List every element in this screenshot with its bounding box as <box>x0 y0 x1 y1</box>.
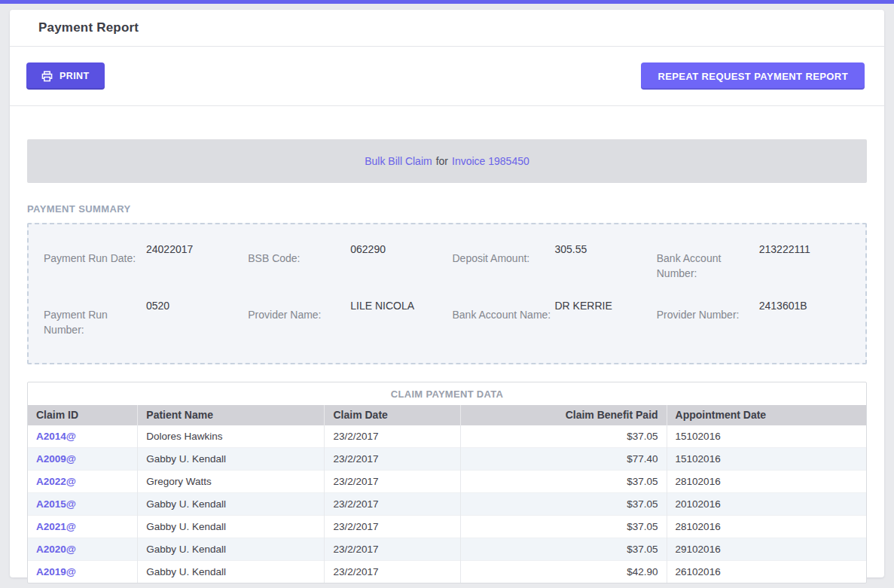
table-row: A2021@Gabby U. Kendall23/2/2017$37.05281… <box>28 516 866 538</box>
claim-benefit-paid-cell: $37.05 <box>460 425 667 448</box>
summary-field-value: LILE NICOLA <box>350 299 414 312</box>
print-button[interactable]: PRINT <box>26 62 105 90</box>
table-header: Claim IDPatient NameClaim DateClaim Bene… <box>28 405 866 425</box>
bulk-bill-claim-link[interactable]: Bulk Bill Claim <box>365 155 432 167</box>
claim-id-link[interactable]: A2019@ <box>36 566 76 577</box>
summary-field: Deposit Amount:305.55 <box>453 242 646 281</box>
repeat-button-label: REPEAT REQUEST PAYMENT REPORT <box>658 71 848 82</box>
claim-id-link[interactable]: A2015@ <box>36 498 76 510</box>
card-header: Payment Report <box>10 10 884 47</box>
patient-name-cell: Gregory Watts <box>138 471 325 493</box>
appointment-date-cell: 20102016 <box>667 493 866 516</box>
appointment-date-cell: 15102016 <box>667 448 866 471</box>
page-title: Payment Report <box>38 20 139 35</box>
claim-id-link[interactable]: A2020@ <box>36 544 76 555</box>
summary-field: Bank Account Name:DR KERRIE <box>453 299 646 337</box>
summary-field-value: 062290 <box>350 242 386 256</box>
summary-field: Provider Name:LILE NICOLA <box>248 299 441 337</box>
patient-name-cell: Gabby U. Kendall <box>138 448 325 471</box>
payment-summary-box: Payment Run Date:24022017BSB Code:062290… <box>27 223 867 364</box>
claim-date-cell: 23/2/2017 <box>325 493 460 516</box>
summary-field-label: Payment Run Number: <box>44 299 146 337</box>
table-row: A2019@Gabby U. Kendall23/2/2017$42.90261… <box>28 561 866 583</box>
claim-benefit-paid-cell: $37.05 <box>460 516 667 538</box>
summary-field: Payment Run Number:0520 <box>44 299 237 337</box>
column-header-claim-date: Claim Date <box>325 405 460 425</box>
claim-id-link[interactable]: A2021@ <box>36 521 76 532</box>
claim-id-cell: A2020@ <box>28 538 138 561</box>
repeat-request-payment-report-button[interactable]: REPEAT REQUEST PAYMENT REPORT <box>641 62 865 90</box>
banner-connector: for <box>436 155 448 167</box>
summary-field-label: Payment Run Date: <box>44 242 146 266</box>
claim-date-cell: 23/2/2017 <box>325 425 460 448</box>
patient-name-cell: Gabby U. Kendall <box>138 516 325 538</box>
column-header-patient-name: Patient Name <box>138 405 325 425</box>
table-row: A2015@Gabby U. Kendall23/2/2017$37.05201… <box>28 493 866 516</box>
claim-id-link[interactable]: A2014@ <box>36 431 76 442</box>
summary-field-label: Provider Name: <box>248 299 350 322</box>
claim-id-cell: A2014@ <box>28 425 138 448</box>
claim-date-cell: 23/2/2017 <box>325 516 460 538</box>
table-row: A2020@Gabby U. Kendall23/2/2017$37.05291… <box>28 538 866 561</box>
patient-name-cell: Gabby U. Kendall <box>138 561 325 583</box>
claim-date-cell: 23/2/2017 <box>325 538 460 561</box>
claim-payment-data-caption: CLAIM PAYMENT DATA <box>28 382 866 405</box>
print-button-label: PRINT <box>59 71 90 81</box>
claim-benefit-paid-cell: $77.40 <box>460 448 667 471</box>
claim-id-link[interactable]: A2022@ <box>36 476 76 487</box>
summary-field-value: 0520 <box>146 299 169 312</box>
summary-field-label: Provider Number: <box>657 299 759 322</box>
column-header-claim-benefit-paid: Claim Benefit Paid <box>460 405 667 425</box>
payment-report-card: Payment Report PRINT REPEAT REQUEST PAYM… <box>10 10 884 577</box>
claim-date-cell: 23/2/2017 <box>325 561 460 583</box>
toolbar: PRINT REPEAT REQUEST PAYMENT REPORT <box>10 47 884 106</box>
table-row: A2022@Gregory Watts23/2/2017$37.05281020… <box>28 471 866 493</box>
summary-field-label: Deposit Amount: <box>453 242 555 266</box>
claim-benefit-paid-cell: $37.05 <box>460 538 667 561</box>
claim-benefit-paid-cell: $37.05 <box>460 471 667 493</box>
claim-id-link[interactable]: A2009@ <box>36 453 76 465</box>
patient-name-cell: Gabby U. Kendall <box>138 493 325 516</box>
summary-field: Bank Account Number:213222111 <box>657 242 850 281</box>
claim-id-cell: A2015@ <box>28 493 138 516</box>
column-header-claim-id: Claim ID <box>28 405 138 425</box>
printer-icon <box>41 71 53 82</box>
appointment-date-cell: 26102016 <box>667 561 866 583</box>
appointment-date-cell: 29102016 <box>667 538 866 561</box>
summary-field: Payment Run Date:24022017 <box>44 242 237 281</box>
report-content: Bulk Bill Claim for Invoice 1985450 PAYM… <box>10 106 884 588</box>
summary-field-label: Bank Account Number: <box>657 242 759 281</box>
claim-id-cell: A2009@ <box>28 448 138 471</box>
summary-field-value: 2413601B <box>759 299 807 312</box>
table-row: A2014@Dolores Hawkins23/2/2017$37.051510… <box>28 425 866 448</box>
claim-invoice-banner: Bulk Bill Claim for Invoice 1985450 <box>27 139 867 183</box>
claim-id-cell: A2022@ <box>28 471 138 493</box>
appointment-date-cell: 15102016 <box>667 425 866 448</box>
summary-field-label: BSB Code: <box>248 242 350 266</box>
claim-id-cell: A2019@ <box>28 561 138 583</box>
patient-name-cell: Gabby U. Kendall <box>138 538 325 561</box>
payment-summary-heading: PAYMENT SUMMARY <box>27 203 867 215</box>
column-header-appointment-date: Appointment Date <box>667 405 866 425</box>
summary-field-value: 305.55 <box>555 242 587 256</box>
summary-field-label: Bank Account Name: <box>453 299 555 322</box>
claim-payment-table: CLAIM PAYMENT DATA Claim IDPatient NameC… <box>27 382 867 583</box>
claim-id-cell: A2021@ <box>28 516 138 538</box>
summary-field-value: 24022017 <box>146 242 193 256</box>
claim-date-cell: 23/2/2017 <box>325 471 460 493</box>
summary-field-value: DR KERRIE <box>555 299 612 312</box>
summary-field: BSB Code:062290 <box>248 242 441 281</box>
claim-date-cell: 23/2/2017 <box>325 448 460 471</box>
appointment-date-cell: 28102016 <box>667 471 866 493</box>
appointment-date-cell: 28102016 <box>667 516 866 538</box>
table-row: A2009@Gabby U. Kendall23/2/2017$77.40151… <box>28 448 866 471</box>
patient-name-cell: Dolores Hawkins <box>138 425 325 448</box>
summary-field: Provider Number:2413601B <box>657 299 850 337</box>
top-accent-bar <box>0 0 894 4</box>
invoice-link[interactable]: Invoice 1985450 <box>452 155 529 167</box>
summary-field-value: 213222111 <box>759 242 810 256</box>
page: Payment Report PRINT REPEAT REQUEST PAYM… <box>0 0 894 588</box>
claim-benefit-paid-cell: $42.90 <box>460 561 667 583</box>
claim-benefit-paid-cell: $37.05 <box>460 493 667 516</box>
